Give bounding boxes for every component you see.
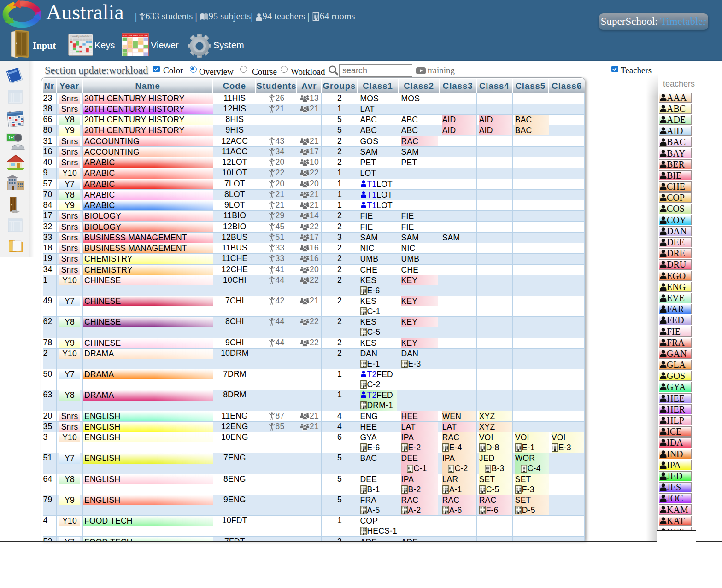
svg-text:MON: MON — [123, 35, 128, 37]
svg-text:weekly schedule: weekly schedule — [72, 35, 89, 38]
svg-text:THU: THU — [139, 35, 143, 37]
svg-text:TUE: TUE — [128, 35, 132, 37]
svg-text:WED: WED — [133, 35, 138, 37]
svg-text:FRI: FRI — [144, 35, 147, 37]
